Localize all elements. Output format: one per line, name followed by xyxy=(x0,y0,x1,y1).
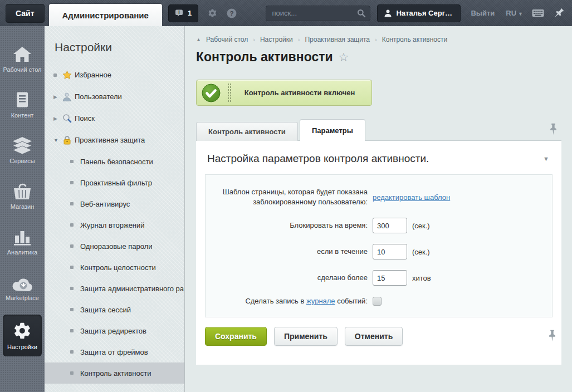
help-icon[interactable]: ? xyxy=(227,8,237,18)
form-row-template: Шаблон страницы, которая будет показана … xyxy=(206,187,552,207)
breadcrumb-separator: › xyxy=(375,36,377,43)
user-menu-button[interactable]: Наталья Серге… xyxy=(377,4,461,22)
notification-count: 1 xyxy=(188,9,192,17)
rail-item-label: Магазин xyxy=(0,203,45,210)
keyboard-icon[interactable] xyxy=(532,9,544,17)
rail-item-shop[interactable]: Магазин xyxy=(0,178,45,214)
menu-item-search[interactable]: ▶ Поиск xyxy=(45,107,184,129)
save-button[interactable]: Сохранить xyxy=(205,327,267,346)
dotted-divider xyxy=(227,83,231,103)
menu-item-favorites[interactable]: Избранное xyxy=(45,64,184,86)
menu-subitem-redirect-protection[interactable]: Защита редиректов xyxy=(45,320,184,341)
tab-activity-control[interactable]: Контроль активности xyxy=(196,122,298,141)
settings-panel: Настройка параметров контроля активности… xyxy=(196,141,561,365)
svg-text:i: i xyxy=(178,9,179,15)
bullet-icon xyxy=(70,266,74,269)
settings-form: Шаблон страницы, которая будет показана … xyxy=(205,174,553,317)
bullet-icon xyxy=(70,287,74,290)
breadcrumb-home-icon[interactable]: ▲ xyxy=(196,37,201,42)
menu-item-proactive-protection[interactable]: ▼ Проактивная защита xyxy=(45,129,184,151)
star-icon xyxy=(62,71,75,80)
menu-subitem-security-panel[interactable]: Панель безопасности xyxy=(45,151,184,172)
menu-subitem-label: Журнал вторжений xyxy=(80,221,145,229)
search-input[interactable] xyxy=(266,6,370,21)
topbar-search xyxy=(266,6,370,21)
favorite-star-icon[interactable]: ☆ xyxy=(339,51,349,64)
lock-icon xyxy=(62,135,75,145)
site-tab[interactable]: Сайт xyxy=(6,4,45,23)
rail-item-label: Настройки xyxy=(3,344,42,351)
settings-gear-icon[interactable] xyxy=(208,8,217,18)
field-label: сделано более xyxy=(206,273,373,283)
menu-subitem-label: Проактивный фильтр xyxy=(80,179,152,187)
pin-icon[interactable] xyxy=(550,123,557,138)
menu-subitem-one-time-passwords[interactable]: Одноразовые пароли xyxy=(45,236,184,257)
notifications-button[interactable]: i 1 xyxy=(168,4,198,22)
menu-subitem-web-antivirus[interactable]: Веб-антивирус xyxy=(45,193,184,214)
bullet-icon xyxy=(70,329,74,332)
panel-heading: Настройка параметров контроля активности… xyxy=(207,153,429,165)
form-row-log: Сделать запись в журнале событий: xyxy=(206,296,552,306)
breadcrumb-item[interactable]: Рабочий стол xyxy=(206,36,248,43)
rail-item-content[interactable]: Контент xyxy=(0,86,45,122)
breadcrumb-separator: › xyxy=(253,36,255,43)
rail-item-settings[interactable]: Настройки xyxy=(3,315,42,356)
bullet-icon xyxy=(70,308,74,311)
journal-link[interactable]: журнале xyxy=(306,297,335,305)
field-unit: (сек.) xyxy=(412,248,430,256)
breadcrumb-item[interactable]: Настройки xyxy=(260,36,293,43)
menu-item-label: Поиск xyxy=(75,114,95,122)
menu-subitem-intrusion-log[interactable]: Журнал вторжений xyxy=(45,214,184,236)
menu-subitem-label: Одноразовые пароли xyxy=(80,242,153,251)
tab-parameters[interactable]: Параметры xyxy=(300,119,365,141)
menu-subitem-label: Защита редиректов xyxy=(80,327,146,335)
menu-item-users[interactable]: ▶ Пользователи xyxy=(45,86,184,107)
page-title-row: Контроль активности ☆ xyxy=(196,50,572,65)
language-label: RU xyxy=(506,9,516,17)
form-buttons: Сохранить Применить Отменить xyxy=(205,317,553,355)
breadcrumb-item[interactable]: Проактивная защита xyxy=(305,36,370,43)
gear-icon xyxy=(3,321,42,340)
rail-item-services[interactable]: Сервисы xyxy=(0,132,45,168)
pin-icon[interactable] xyxy=(553,8,564,19)
admin-app: Сайт Администрирование i 1 ? Наталья Сер… xyxy=(0,0,572,392)
apply-button[interactable]: Применить xyxy=(274,327,338,346)
pin-icon[interactable] xyxy=(549,330,556,344)
bullet-icon xyxy=(53,74,62,77)
check-circle-icon xyxy=(202,84,221,102)
block-time-input[interactable] xyxy=(373,218,407,233)
home-icon xyxy=(0,44,45,63)
menu-subitem-session-protection[interactable]: Защита сессий xyxy=(45,299,184,320)
rail-item-analytics[interactable]: Аналитика xyxy=(0,223,45,259)
logout-link[interactable]: Выйти xyxy=(471,9,495,17)
edit-template-link[interactable]: редактировать шаблон xyxy=(373,193,450,202)
chart-icon xyxy=(0,227,45,246)
main-content: ▲ Рабочий стол › Настройки › Проактивная… xyxy=(185,26,572,392)
menu-subitem-label: Веб-антивирус xyxy=(80,200,130,208)
field-unit: хитов xyxy=(412,274,431,282)
bullet-icon xyxy=(70,350,74,354)
rail-item-label: Аналитика xyxy=(0,249,45,256)
rail-item-desktop[interactable]: Рабочий стол xyxy=(0,41,45,77)
log-checkbox[interactable] xyxy=(373,297,382,306)
menu-list: Избранное ▶ Пользователи ▶ Поиск ▼ xyxy=(45,64,184,384)
language-selector[interactable]: RU▼ xyxy=(506,9,523,17)
bullet-icon xyxy=(70,244,74,248)
menu-subitem-proactive-filter[interactable]: Проактивный фильтр xyxy=(45,172,184,193)
during-input[interactable] xyxy=(373,244,407,259)
menu-subitem-integrity-control[interactable]: Контроль целостности xyxy=(45,257,184,278)
log-label-suffix: событий: xyxy=(337,297,368,305)
search-icon[interactable] xyxy=(357,9,366,20)
admin-tab[interactable]: Администрирование xyxy=(49,4,162,26)
collapse-chevron-icon[interactable]: ▼ xyxy=(543,155,549,162)
hits-input[interactable] xyxy=(373,270,407,286)
rail-item-marketplace[interactable]: Marketplace xyxy=(0,269,45,305)
cancel-button[interactable]: Отменить xyxy=(345,327,403,346)
menu-subitem-frame-protection[interactable]: Защита от фреймов xyxy=(45,341,184,362)
menu-subitem-label: Контроль активности xyxy=(80,369,151,378)
breadcrumb-item[interactable]: Контроль активности xyxy=(382,36,448,43)
menu-subitem-activity-control[interactable]: Контроль активности xyxy=(45,362,184,384)
chevron-right-icon: ▶ xyxy=(53,116,62,121)
rail-item-label: Сервисы xyxy=(0,158,45,165)
menu-subitem-admin-section-protection[interactable]: Защита административного ра xyxy=(45,278,184,299)
